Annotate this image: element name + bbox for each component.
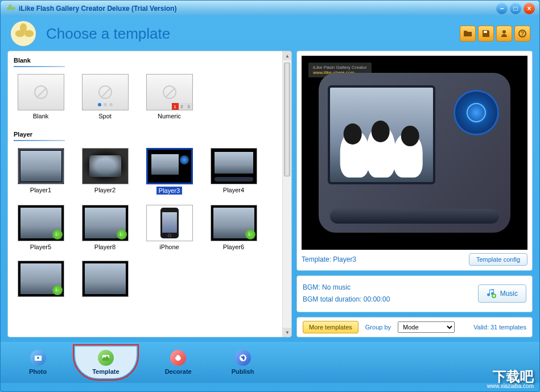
template-player1[interactable]: Player1 xyxy=(14,148,68,195)
header: Choose a template ? xyxy=(1,16,539,51)
music-button[interactable]: Music xyxy=(478,284,526,303)
content: Blank Blank Spot 123 xyxy=(1,51,539,342)
help-button[interactable]: ? xyxy=(514,26,530,42)
preview-info: Template: Player3 Template config xyxy=(302,253,527,266)
app-window: iLike Flash Gallery Creator Deluxe (Tria… xyxy=(0,0,540,392)
template-player4[interactable]: Player4 xyxy=(207,148,261,195)
svg-point-7 xyxy=(37,357,39,359)
tab-decorate[interactable]: Decorate xyxy=(154,346,203,378)
template-player2[interactable]: Player2 xyxy=(78,148,132,195)
save-button[interactable] xyxy=(478,26,494,42)
titlebar: iLike Flash Gallery Creator Deluxe (Tria… xyxy=(1,1,539,16)
template-player6[interactable]: Player6 xyxy=(207,205,261,250)
photo-icon xyxy=(30,350,46,366)
svg-point-2 xyxy=(502,30,506,34)
template-player8[interactable]: Player8 xyxy=(78,205,132,250)
close-button[interactable]: × xyxy=(523,3,535,14)
music-icon xyxy=(487,288,497,299)
template-extra2[interactable] xyxy=(78,261,132,297)
scrollbar[interactable]: ▲ ▼ xyxy=(282,51,291,337)
open-folder-button[interactable] xyxy=(460,26,476,42)
scroll-up-icon[interactable]: ▲ xyxy=(283,51,292,60)
user-button[interactable] xyxy=(496,26,512,42)
footer-tabs: Photo Template Decorate Publish xyxy=(1,342,539,383)
scroll-down-icon[interactable]: ▼ xyxy=(283,328,292,337)
preview-canvas: iLike Flash Gallery Creator www.ilike-sh… xyxy=(302,56,527,250)
template-list-panel: Blank Blank Spot 123 xyxy=(7,51,292,337)
site-watermark-url: www.xiazaiba.com xyxy=(487,383,534,389)
template-spot[interactable]: Spot xyxy=(78,74,132,119)
section-player-title: Player xyxy=(14,131,286,138)
window-title: iLike Flash Gallery Creator Deluxe (Tria… xyxy=(19,5,496,13)
scrollbar-thumb[interactable] xyxy=(284,63,290,176)
more-templates-button[interactable]: More templates xyxy=(303,321,358,333)
header-logo xyxy=(10,20,37,47)
tab-publish[interactable]: Publish xyxy=(220,346,266,378)
publish-icon xyxy=(235,350,251,366)
header-toolbar: ? xyxy=(460,26,530,42)
tab-template[interactable]: Template xyxy=(75,346,136,378)
template-extra1[interactable] xyxy=(14,261,68,297)
valid-count-label: Valid: 31 templates xyxy=(473,324,526,331)
groupby-select[interactable]: Mode xyxy=(398,321,455,333)
template-config-button[interactable]: Template config xyxy=(469,253,527,266)
blank-grid: Blank Spot 123 Numeric xyxy=(14,74,286,119)
groupby-label: Group by xyxy=(365,324,391,331)
player-grid: Player1 Player2 Player3 Player4 Player5 xyxy=(14,148,286,297)
app-icon xyxy=(5,3,15,14)
section-blank-title: Blank xyxy=(14,57,286,64)
preview-box: iLike Flash Gallery Creator www.ilike-sh… xyxy=(296,51,533,271)
template-iphone[interactable]: iPhone xyxy=(142,205,196,250)
bottom-bar: More templates Group by Mode Valid: 31 t… xyxy=(296,317,533,337)
maximize-button[interactable]: □ xyxy=(510,3,521,14)
template-icon xyxy=(98,350,114,366)
divider xyxy=(14,140,65,141)
tab-photo[interactable]: Photo xyxy=(18,346,58,378)
preview-label: Template: Player3 xyxy=(302,255,469,263)
bgm-text: BGM: No music BGM total duration: 00:00:… xyxy=(303,282,478,306)
template-player5[interactable]: Player5 xyxy=(14,205,68,250)
template-numeric[interactable]: 123 Numeric xyxy=(142,74,196,119)
bgm-box: BGM: No music BGM total duration: 00:00:… xyxy=(296,275,533,312)
minimize-button[interactable]: − xyxy=(496,3,508,14)
svg-text:?: ? xyxy=(521,31,524,37)
svg-rect-1 xyxy=(484,31,487,33)
divider xyxy=(14,66,65,67)
page-title: Choose a template xyxy=(46,25,460,43)
template-blank[interactable]: Blank xyxy=(14,74,68,119)
template-player3[interactable]: Player3 xyxy=(142,148,196,195)
decorate-icon xyxy=(170,350,186,366)
window-controls: − □ × xyxy=(496,3,535,14)
right-panel: iLike Flash Gallery Creator www.ilike-sh… xyxy=(296,51,533,337)
preview-player xyxy=(319,73,510,233)
